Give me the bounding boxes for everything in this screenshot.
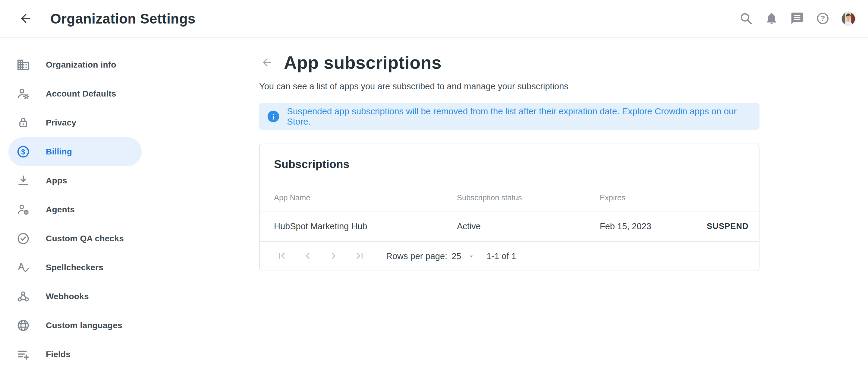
- check-circle-icon: [16, 232, 30, 246]
- chevron-down-icon: [468, 253, 475, 260]
- subscriptions-card: Subscriptions App Name Subscription stat…: [259, 144, 760, 271]
- sidebar-item-agents[interactable]: Agents: [8, 195, 142, 224]
- next-page-button[interactable]: [327, 250, 340, 263]
- info-icon: i: [267, 110, 280, 123]
- first-page-icon: [277, 251, 287, 262]
- sidebar-item-label: Spellcheckers: [46, 263, 103, 273]
- bell-icon: [765, 11, 778, 26]
- section-back-button[interactable]: [260, 56, 274, 70]
- sidebar-item-label: Webhooks: [46, 292, 89, 301]
- svg-text:$: $: [21, 148, 25, 156]
- card-title: Subscriptions: [274, 158, 759, 171]
- topbar-actions: ?: [727, 11, 856, 26]
- sidebar-item-label: Account Defaults: [46, 89, 116, 98]
- sidebar-item-webhooks[interactable]: Webhooks: [8, 282, 142, 311]
- first-page-button[interactable]: [275, 250, 288, 263]
- messages-button[interactable]: [790, 11, 804, 26]
- last-page-icon: [354, 251, 365, 262]
- search-button[interactable]: [739, 11, 753, 26]
- webhook-icon: [16, 289, 30, 304]
- rows-per-page-value: 25: [452, 251, 461, 261]
- pagination-bar: Rows per page: 25 1-1 of 1: [260, 242, 759, 271]
- svg-text:?: ?: [821, 14, 825, 22]
- sidebar-item-billing[interactable]: $ Billing: [8, 137, 142, 166]
- help-button[interactable]: ?: [815, 11, 830, 26]
- cell-expires: Feb 15, 2023: [600, 221, 706, 231]
- chat-icon: [790, 11, 804, 26]
- page-title: Organization Settings: [50, 10, 195, 27]
- globe-icon: [16, 318, 30, 332]
- last-page-button[interactable]: [353, 250, 366, 263]
- rows-per-page-select[interactable]: 25: [452, 251, 475, 261]
- sidebar-item-account-defaults[interactable]: Account Defaults: [8, 79, 142, 108]
- spellcheck-icon: [16, 261, 30, 275]
- lock-icon: [16, 116, 30, 130]
- user-avatar[interactable]: [841, 11, 856, 26]
- info-banner: i Suspended app subscriptions will be re…: [259, 103, 760, 130]
- sidebar-item-apps[interactable]: Apps: [8, 166, 142, 195]
- chevron-right-icon: [329, 251, 339, 262]
- arrow-left-icon: [261, 56, 273, 70]
- sidebar-item-label: Privacy: [46, 118, 76, 128]
- section-subtitle: You can see a list of apps you are subsc…: [259, 81, 760, 91]
- chevron-left-icon: [303, 251, 313, 262]
- table-row: HubSpot Marketing Hub Active Feb 15, 202…: [260, 211, 759, 241]
- help-icon: ?: [816, 11, 830, 26]
- sidebar-item-custom-qa-checks[interactable]: Custom QA checks: [8, 224, 142, 253]
- main-content: App subscriptions You can see a list of …: [259, 38, 760, 271]
- download-icon: [16, 174, 30, 188]
- notifications-button[interactable]: [764, 11, 779, 26]
- suspend-button[interactable]: SUSPEND: [706, 220, 749, 233]
- section-title: App subscriptions: [284, 53, 441, 73]
- account-gear-icon: [16, 87, 30, 101]
- search-icon: [739, 11, 753, 26]
- sidebar-item-label: Organization info: [46, 60, 116, 70]
- column-header-subscription-status: Subscription status: [457, 193, 600, 202]
- arrow-left-icon: [19, 11, 33, 26]
- column-header-expires: Expires: [600, 193, 749, 202]
- section-head: App subscriptions: [259, 52, 760, 74]
- agent-cube-icon: [16, 203, 30, 217]
- sidebar-item-label: Fields: [46, 349, 70, 359]
- sidebar-item-label: Billing: [46, 147, 72, 157]
- building-icon: [16, 58, 30, 72]
- page-body: Organization info Account Defaults: [0, 38, 868, 368]
- settings-sidebar: Organization info Account Defaults: [0, 38, 142, 368]
- back-button[interactable]: [18, 11, 33, 26]
- dollar-circle-icon: $: [16, 145, 30, 159]
- sidebar-item-label: Custom languages: [46, 321, 122, 330]
- cell-subscription-status: Active: [457, 221, 600, 231]
- cell-app-name: HubSpot Marketing Hub: [274, 221, 457, 231]
- sidebar-item-fields[interactable]: Fields: [8, 340, 142, 368]
- organization-settings-page: Organization Settings: [0, 0, 868, 368]
- sidebar-item-label: Apps: [46, 176, 67, 186]
- previous-page-button[interactable]: [301, 250, 314, 263]
- sidebar-item-label: Agents: [46, 205, 75, 215]
- sidebar-item-spellcheckers[interactable]: Spellcheckers: [8, 253, 142, 282]
- table-header-row: App Name Subscription status Expires: [260, 191, 759, 204]
- sidebar-item-custom-languages[interactable]: Custom languages: [8, 311, 142, 340]
- sidebar-item-privacy[interactable]: Privacy: [8, 108, 142, 137]
- info-banner-text: Suspended app subscriptions will be remo…: [287, 106, 750, 127]
- pagination-range: 1-1 of 1: [487, 251, 516, 261]
- playlist-add-icon: [16, 347, 30, 361]
- sidebar-item-organization-info[interactable]: Organization info: [8, 50, 142, 79]
- rows-per-page-label: Rows per page:: [386, 251, 447, 261]
- svg-text:i: i: [272, 113, 274, 121]
- column-header-app-name: App Name: [274, 193, 457, 202]
- sidebar-item-label: Custom QA checks: [46, 234, 124, 244]
- topbar: Organization Settings: [0, 0, 868, 38]
